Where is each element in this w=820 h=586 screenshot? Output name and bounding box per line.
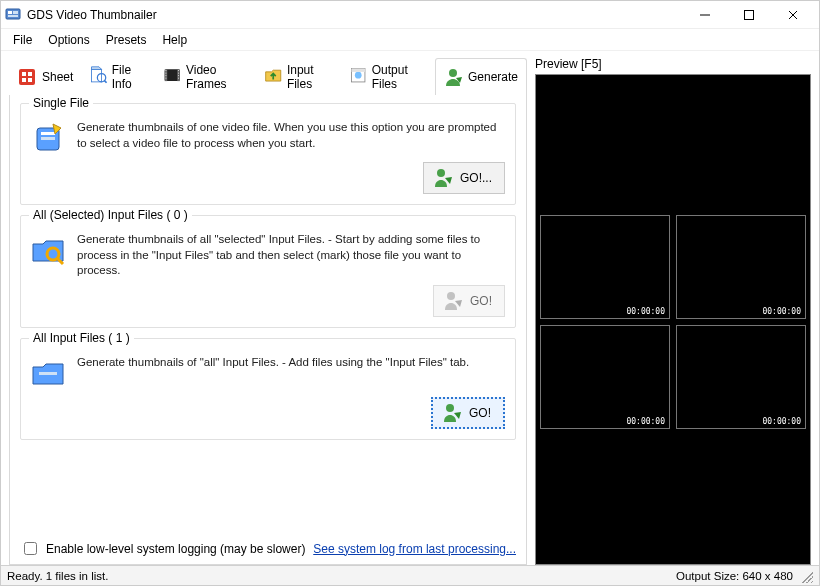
run-icon [441, 402, 463, 424]
svg-rect-4 [700, 14, 710, 15]
tab-video-frames-label: Video Frames [186, 63, 249, 91]
menu-options[interactable]: Options [40, 31, 97, 49]
tab-input-files-label: Input Files [287, 63, 333, 91]
svg-rect-27 [352, 69, 365, 72]
window-title: GDS Video Thumbnailer [27, 8, 157, 22]
preview-thumb-grid: 00:00:00 00:00:00 00:00:00 00:00:00 [540, 215, 806, 429]
go-all-label: GO! [469, 406, 491, 420]
thumb-timestamp: 00:00:00 [626, 417, 665, 426]
tab-video-frames[interactable]: Video Frames [156, 58, 257, 95]
tab-output-files[interactable]: Output Files [342, 58, 435, 95]
output-files-icon [349, 66, 367, 88]
generate-panel: Single File Generate thumbnails of one v… [9, 95, 527, 565]
svg-point-28 [449, 69, 457, 77]
svg-rect-23 [179, 75, 180, 76]
svg-point-36 [447, 292, 455, 300]
tab-file-info-label: File Info [112, 63, 148, 91]
status-right: Output Size: 640 x 480 [676, 570, 793, 582]
tab-generate[interactable]: Generate [435, 58, 527, 95]
go-single-button[interactable]: GO!... [423, 162, 505, 194]
run-icon [432, 167, 454, 189]
svg-rect-6 [19, 69, 35, 85]
svg-rect-24 [179, 78, 180, 79]
menubar: File Options Presets Help [1, 29, 819, 51]
run-icon [442, 290, 464, 312]
svg-marker-32 [53, 124, 61, 134]
svg-rect-7 [22, 72, 26, 76]
status-left: Ready. 1 files in list. [7, 570, 676, 582]
group-all-files: All Input Files ( 1 ) Generate thumbnail… [20, 338, 516, 440]
all-files-icon [31, 355, 67, 391]
tab-sheet-label: Sheet [42, 70, 73, 84]
svg-rect-3 [8, 15, 18, 17]
statusbar: Ready. 1 files in list. Output Size: 640… [1, 565, 819, 585]
svg-rect-17 [166, 70, 167, 71]
svg-rect-30 [41, 132, 55, 135]
file-info-icon [89, 66, 107, 88]
svg-rect-20 [166, 78, 167, 79]
maximize-button[interactable] [727, 1, 771, 29]
selected-files-icon [31, 232, 67, 268]
single-file-desc: Generate thumbnails of one video file. W… [77, 120, 505, 151]
all-files-desc: Generate thumbnails of "all" Input Files… [77, 355, 505, 371]
menu-help[interactable]: Help [154, 31, 195, 49]
svg-rect-37 [39, 372, 57, 375]
input-files-icon [264, 66, 282, 88]
svg-point-38 [446, 404, 454, 412]
see-log-link[interactable]: See system log from last processing... [313, 542, 516, 556]
svg-rect-2 [13, 11, 18, 14]
preview-area: 00:00:00, 0 bytes , 0 Kbps 0 x 0 00:00:0… [535, 74, 811, 565]
group-all-title: All Input Files ( 1 ) [29, 331, 134, 345]
menu-presets[interactable]: Presets [98, 31, 155, 49]
thumb-timestamp: 00:00:00 [762, 417, 801, 426]
menu-file[interactable]: File [5, 31, 40, 49]
go-all-button[interactable]: GO! [431, 397, 505, 429]
preview-thumb: 00:00:00 [676, 215, 806, 319]
svg-rect-21 [179, 70, 180, 71]
go-selected-button[interactable]: GO! [433, 285, 505, 317]
svg-rect-11 [92, 69, 102, 82]
group-selected-files: All (Selected) Input Files ( 0 ) Generat… [20, 215, 516, 328]
svg-rect-18 [166, 73, 167, 74]
thumb-timestamp: 00:00:00 [626, 307, 665, 316]
selected-files-desc: Generate thumbnails of all "selected" In… [77, 232, 505, 279]
svg-rect-5 [745, 10, 754, 19]
group-selected-title: All (Selected) Input Files ( 0 ) [29, 208, 192, 222]
svg-rect-22 [179, 73, 180, 74]
svg-rect-8 [28, 72, 32, 76]
tab-input-files[interactable]: Input Files [257, 58, 342, 95]
single-file-icon [31, 120, 67, 156]
generate-icon [442, 66, 464, 88]
titlebar: GDS Video Thumbnailer [1, 1, 819, 29]
tab-file-info[interactable]: File Info [82, 58, 156, 95]
enable-logging-input[interactable] [24, 542, 37, 555]
svg-rect-31 [41, 137, 55, 140]
sheet-icon [16, 66, 38, 88]
go-selected-label: GO! [470, 294, 492, 308]
thumb-timestamp: 00:00:00 [762, 307, 801, 316]
enable-logging-label: Enable low-level system logging (may be … [46, 542, 305, 556]
svg-rect-9 [22, 78, 26, 82]
preview-thumb: 00:00:00 [540, 325, 670, 429]
tabstrip: Sheet File Info Video Frames Input Files [9, 57, 527, 95]
tab-output-files-label: Output Files [372, 63, 426, 91]
svg-line-13 [104, 80, 107, 83]
group-single-file-title: Single File [29, 96, 93, 110]
go-single-label: GO!... [460, 171, 492, 185]
app-icon [5, 7, 21, 23]
svg-rect-19 [166, 75, 167, 76]
resize-grip-icon[interactable] [799, 569, 813, 583]
minimize-button[interactable] [683, 1, 727, 29]
svg-point-33 [437, 169, 445, 177]
video-frames-icon [163, 66, 181, 88]
preview-thumb: 00:00:00 [676, 325, 806, 429]
preview-label: Preview [F5] [535, 57, 811, 74]
svg-rect-1 [8, 11, 12, 14]
svg-point-26 [355, 72, 362, 79]
enable-logging-checkbox[interactable]: Enable low-level system logging (may be … [20, 539, 305, 558]
close-button[interactable] [771, 1, 815, 29]
group-single-file: Single File Generate thumbnails of one v… [20, 103, 516, 205]
tab-sheet[interactable]: Sheet [9, 58, 82, 95]
tab-generate-label: Generate [468, 70, 518, 84]
preview-thumb: 00:00:00 [540, 215, 670, 319]
